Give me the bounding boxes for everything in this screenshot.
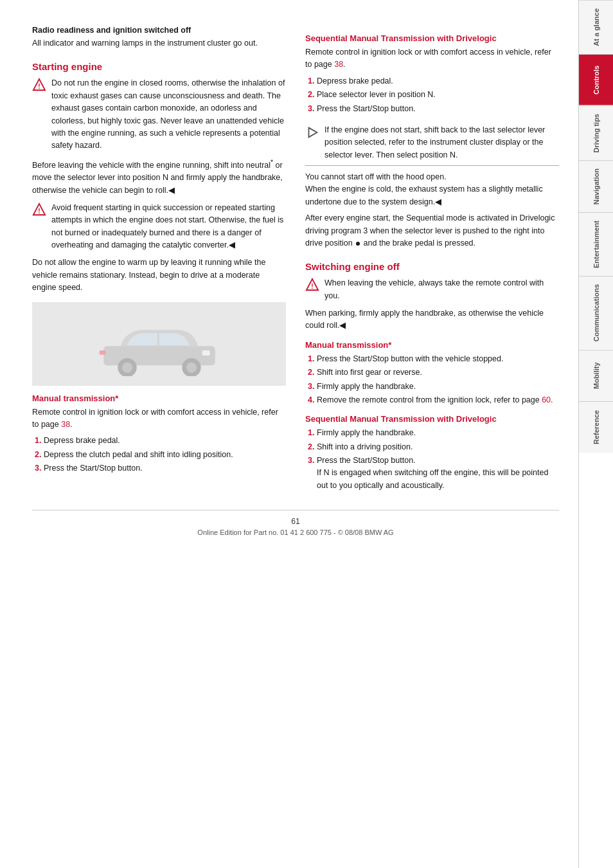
page-footer: 61 Online Edition for Part no. 01 41 2 6… [32,510,559,536]
seq-start-body2: You cannot start off with the hood open.… [305,171,559,208]
bullet-dot [356,242,360,246]
car-image [32,302,286,386]
warm-up-text: Do not allow the engine to warm up by le… [32,257,286,294]
sequential-off-steps: Firmly apply the handbrake. Shift into a… [305,427,559,492]
right-column: Sequential Manual Transmission with Driv… [305,26,559,497]
manual-trans-body-left: Remote control in ignition lock or with … [32,406,286,431]
switching-off-body1: When parking, firmly apply the handbrake… [305,307,559,332]
radio-heading: Radio readiness and ignition switched of… [32,26,286,35]
manual-trans-page-ref-left[interactable]: 38 [61,420,70,429]
copyright-text: Online Edition for Part no. 01 41 2 600 … [197,529,393,536]
svg-rect-9 [202,350,209,356]
svg-point-6 [122,362,132,372]
manual-step-3: Press the Start/Stop button. [44,462,286,475]
warning-block-2: ! Avoid frequent starting in quick succe… [32,202,286,252]
tab-driving-tips[interactable]: Driving tips [579,105,613,161]
off-step-1: Press the Start/Stop button with the veh… [317,353,559,365]
seq-start-step-3: Press the Start/Stop button. [317,103,559,115]
manual-step-1: Depress brake pedal. [44,435,286,447]
seq-start-step-2: Place selector lever in position N. [317,89,559,101]
seq-off-step-1: Firmly apply the handbrake. [317,427,559,439]
sequential-start-page-ref[interactable]: 38 [334,60,343,69]
tab-navigation[interactable]: Navigation [579,160,613,212]
sequential-start-heading: Sequential Manual Transmission with Driv… [305,33,559,43]
sequential-manual-start-section: Sequential Manual Transmission with Driv… [305,33,559,249]
manual-trans-heading-left: Manual transmission* [32,393,286,403]
manual-trans-steps-left: Depress brake pedal. Depress the clutch … [32,435,286,475]
manual-trans-off-steps: Press the Start/Stop button with the veh… [305,353,559,407]
warning-text-off: When leaving the vehicle, always take th… [324,277,559,302]
body-neutral-text: Before leaving the vehicle with the engi… [32,158,286,197]
page-number: 61 [32,517,559,526]
seq-start-body3: After every engine start, the Sequential… [305,212,559,249]
warning-text-1: Do not run the engine in closed rooms, o… [51,77,286,152]
warning-triangle-icon-2: ! [32,203,46,217]
sequential-manual-off-section: Sequential Manual Transmission with Driv… [305,414,559,492]
svg-text:!: ! [38,207,40,214]
seq-start-step-1: Depress brake pedal. [317,75,559,87]
off-page-ref[interactable]: 60 [542,395,551,404]
svg-rect-10 [99,350,105,355]
radio-readiness-section: Radio readiness and ignition switched of… [32,26,286,50]
off-step-4: Remove the remote control from the ignit… [317,394,559,406]
right-tabs: At a glance Controls Driving tips Naviga… [578,0,613,868]
sequential-start-steps: Depress brake pedal. Place selector leve… [305,75,559,115]
manual-step-2: Depress the clutch pedal and shift into … [44,449,286,461]
car-illustration [95,312,224,376]
off-step-2: Shift into first gear or reverse. [317,366,559,379]
svg-marker-11 [309,128,317,138]
seq-off-step-2: Shift into a driving position. [317,441,559,453]
seq-off-step-3: Press the Start/Stop button. If N is eng… [317,455,559,492]
warning-block-off: ! When leaving the vehicle, always take … [305,277,559,302]
starting-engine-section: Starting engine ! Do not run the engine … [32,61,286,475]
main-content: Radio readiness and ignition switched of… [0,0,578,868]
warning-text-2: Avoid frequent starting in quick success… [51,202,286,252]
manual-trans-off-heading: Manual transmission* [305,340,559,350]
off-step-3: Firmly apply the handbrake. [317,381,559,393]
tab-mobility[interactable]: Mobility [579,350,613,401]
tab-entertainment[interactable]: Entertainment [579,212,613,276]
two-column-layout: Radio readiness and ignition switched of… [32,26,559,497]
switching-engine-off-section: Switching engine off ! When leaving the … [305,261,559,492]
manual-trans-off-section: Manual transmission* Press the Start/Sto… [305,340,559,407]
warning-triangle-icon-1: ! [32,78,46,92]
tab-at-a-glance[interactable]: At a glance [579,0,613,54]
tab-reference[interactable]: Reference [579,401,613,453]
warning-triangle-icon-off: ! [305,278,319,292]
tab-communications[interactable]: Communications [579,276,613,349]
left-manual-transmission: Manual transmission* Remote control in i… [32,393,286,475]
radio-body: All indicator and warning lamps in the i… [32,37,286,50]
tab-controls[interactable]: Controls [579,54,613,105]
switching-engine-off-title: Switching engine off [305,261,559,272]
svg-point-8 [186,362,197,372]
svg-text:!: ! [38,83,40,90]
note-text: If the engine does not start, shift back… [324,124,559,161]
sequential-off-heading: Sequential Manual Transmission with Driv… [305,414,559,424]
play-triangle-icon [305,125,319,140]
starting-engine-title: Starting engine [32,61,286,72]
note-block-start: If the engine does not start, shift back… [305,120,559,166]
left-column: Radio readiness and ignition switched of… [32,26,286,497]
svg-text:!: ! [311,283,313,290]
sequential-start-body: Remote control in ignition lock or with … [305,46,559,71]
warning-block-1: ! Do not run the engine in closed rooms,… [32,77,286,152]
